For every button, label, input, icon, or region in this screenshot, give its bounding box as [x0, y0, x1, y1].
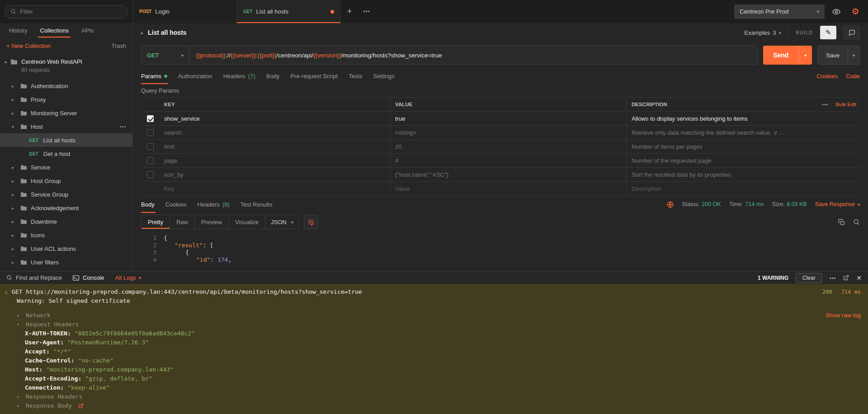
request-section-tab-tests[interactable]: Tests	[343, 68, 368, 84]
param-checkbox[interactable]	[147, 143, 154, 150]
request-section-tab-body[interactable]: Body	[261, 68, 285, 84]
param-value[interactable]: <string>	[390, 126, 626, 139]
param-value[interactable]: {"host.name":"ASC"}	[390, 168, 626, 181]
copy-icon[interactable]	[838, 219, 845, 226]
response-tab-cookies[interactable]: Cookies	[160, 196, 192, 213]
format-selector[interactable]: JSON ▾	[265, 215, 299, 229]
environment-selector[interactable]: Centreon Pre Prod ▾	[734, 5, 825, 19]
filter-input[interactable]: Filter	[5, 5, 128, 19]
sidebar-folder-host-group[interactable]: ▸Host Group	[0, 174, 132, 188]
console-section-response-body[interactable]: ▸ Response Body	[0, 401, 868, 410]
sidebar-folder-authentication[interactable]: ▸Authentication	[0, 79, 132, 93]
more-options-icon[interactable]: •••	[119, 124, 126, 129]
param-key[interactable]: Key	[159, 182, 390, 195]
response-view-tab-raw[interactable]: Raw	[170, 215, 195, 229]
sidebar-tab-history[interactable]: History	[3, 23, 33, 38]
console-request-entry[interactable]: ⚠ GET https://monitoring-preprod.company…	[0, 287, 868, 296]
sidebar-folder-icons[interactable]: ▸Icons	[0, 228, 132, 242]
environment-quicklook-button[interactable]	[829, 5, 844, 19]
bulk-edit-link[interactable]: Bulk Edit	[836, 102, 856, 107]
trash-button[interactable]: Trash	[111, 42, 126, 49]
external-link-icon[interactable]	[78, 403, 84, 409]
send-button[interactable]: Send ▾	[763, 46, 812, 65]
param-checkbox[interactable]	[147, 115, 154, 122]
edit-icon[interactable]: ✎	[820, 26, 836, 39]
url-input[interactable]: {{protocol}}://{{server}}:{{port}}/centr…	[189, 46, 758, 65]
console-section-request-headers[interactable]: ▾ Request Headers	[0, 320, 868, 329]
network-icon[interactable]	[667, 201, 674, 208]
close-console-icon[interactable]: ✕	[856, 274, 862, 282]
sidebar-folder-monitoring-server[interactable]: ▸Monitoring Server	[0, 106, 132, 120]
param-key[interactable]: limit	[159, 140, 390, 153]
request-tab-login[interactable]: POSTLogin	[133, 0, 237, 23]
sidebar-folder-host[interactable]: ▾Host•••	[0, 120, 132, 133]
param-description[interactable]: Retrieve only data matching the defined …	[626, 126, 802, 139]
console-section-network[interactable]: ▸ Network	[0, 311, 868, 320]
sidebar-tab-apis[interactable]: APIs	[75, 23, 100, 38]
response-tab-headers[interactable]: Headers(9)	[192, 196, 235, 213]
param-value[interactable]: Value	[390, 182, 626, 195]
search-response-icon[interactable]	[853, 219, 860, 226]
param-description[interactable]: Sort the resulted data by its properties	[626, 168, 802, 181]
param-value[interactable]: true	[390, 112, 626, 125]
param-key[interactable]: page	[159, 154, 390, 167]
request-tab-list-all-hosts[interactable]: GETList all hosts	[237, 0, 341, 23]
show-raw-log-link[interactable]: Show raw log	[826, 312, 861, 319]
save-options-caret[interactable]: ▾	[848, 46, 859, 64]
sidebar-folder-service-group[interactable]: ▸Service Group	[0, 188, 132, 201]
chevron-right-icon[interactable]: ▸	[141, 30, 143, 35]
sidebar-folder-user-filters[interactable]: ▸User filters	[0, 255, 132, 269]
find-replace-button[interactable]: Find and Replace	[6, 274, 62, 281]
console-tab[interactable]: Console	[73, 274, 104, 281]
new-tab-button[interactable]: +	[341, 0, 358, 23]
cookies-link[interactable]: Cookies	[816, 73, 838, 80]
comment-icon[interactable]	[844, 26, 860, 39]
request-section-tab-settings[interactable]: Settings	[368, 68, 400, 84]
save-button[interactable]: Save ▾	[817, 46, 860, 65]
response-tab-test-results[interactable]: Test Results	[235, 196, 278, 213]
param-checkbox[interactable]	[147, 157, 154, 164]
param-key[interactable]: show_service	[159, 112, 390, 125]
request-section-tab-authorization[interactable]: Authorization	[173, 68, 218, 84]
response-view-tab-visualize[interactable]: Visualize	[229, 215, 265, 229]
sidebar-request-list-all-hosts[interactable]: GETList all hosts	[0, 133, 132, 147]
sidebar-folder-user-acl-actions[interactable]: ▸User ACL actions	[0, 242, 132, 255]
settings-button[interactable]: ⚙	[848, 5, 863, 19]
sidebar-folder-downtime[interactable]: ▸Downtime	[0, 215, 132, 228]
sidebar-tab-collections[interactable]: Collections	[33, 23, 75, 38]
sidebar-folder-acknowledgement[interactable]: ▸Acknowledgement	[0, 201, 132, 215]
param-description[interactable]: Number of items per pages	[626, 140, 802, 153]
param-checkbox[interactable]	[147, 171, 154, 178]
more-options-icon[interactable]: •••	[822, 102, 829, 107]
sidebar-folder-proxy[interactable]: ▸Proxy	[0, 93, 132, 106]
response-body-viewer[interactable]: 1{2"result": [3{4"id": 174,	[133, 231, 868, 271]
method-selector[interactable]: GET ▾	[141, 46, 189, 65]
param-value[interactable]: 20	[390, 140, 626, 153]
new-collection-button[interactable]: + New Collection	[6, 42, 51, 49]
param-key[interactable]: sort_by	[159, 168, 390, 181]
request-section-tab-headers[interactable]: Headers(7)	[218, 68, 261, 84]
sidebar-folder-service[interactable]: ▸Service	[0, 160, 132, 174]
param-checkbox[interactable]	[147, 129, 154, 136]
param-description[interactable]: Allows to display services belonging to …	[626, 112, 802, 125]
response-view-tab-pretty[interactable]: Pretty	[142, 215, 170, 229]
request-section-tab-pre-request-script[interactable]: Pre-request Script	[285, 68, 343, 84]
param-description[interactable]: Number of the requested page	[626, 154, 802, 167]
sidebar-request-get-a-host[interactable]: GETGet a host	[0, 147, 132, 160]
open-console-window-icon[interactable]	[843, 275, 849, 281]
console-more-options-icon[interactable]: •••	[830, 275, 836, 281]
param-key[interactable]: search	[159, 126, 390, 139]
request-section-tab-params[interactable]: Params	[141, 68, 173, 84]
param-value[interactable]: 4	[390, 154, 626, 167]
response-view-tab-preview[interactable]: Preview	[195, 215, 229, 229]
wrap-line-button[interactable]	[304, 215, 318, 229]
send-options-caret[interactable]: ▾	[798, 46, 812, 65]
tab-overflow-button[interactable]: •••	[358, 0, 375, 23]
response-tab-body[interactable]: Body	[141, 196, 160, 213]
param-description[interactable]: Description	[626, 182, 802, 195]
log-filter-dropdown[interactable]: All Logs ▾	[115, 274, 141, 281]
examples-dropdown[interactable]: Examples 3 ▾	[744, 29, 781, 36]
clear-console-button[interactable]: Clear	[796, 273, 822, 283]
collection-root[interactable]: ▾ Centreon Web RestAPI 60 requests	[0, 54, 132, 79]
save-response-button[interactable]: Save Response ▾	[815, 201, 860, 207]
